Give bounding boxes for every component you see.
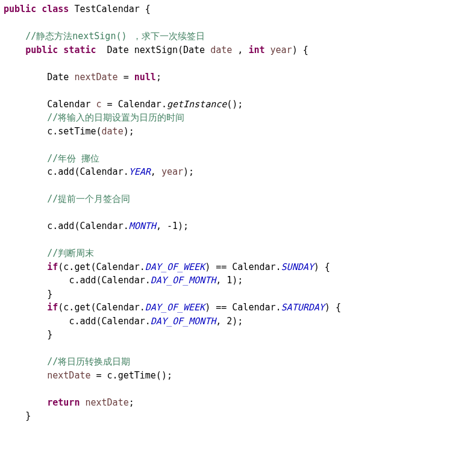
code-text: ) { <box>325 302 341 313</box>
method-name: nextSign( <box>134 45 183 55</box>
static-method: getInstance <box>167 99 227 110</box>
separator: , <box>232 45 248 55</box>
keyword-public: public <box>4 4 36 14</box>
semicolon: ; <box>156 72 161 83</box>
brace-open: { <box>145 4 151 14</box>
equals: = Calendar. <box>102 99 167 110</box>
param-name: year <box>271 45 292 55</box>
keyword-if: if <box>47 302 58 313</box>
keyword-if: if <box>47 262 58 272</box>
static-field-saturday: SATURDAY <box>281 302 325 313</box>
code-text: ); <box>124 126 134 137</box>
code-text: c.add(Calendar. <box>47 166 128 177</box>
keyword-class: class <box>42 4 69 14</box>
static-field-dayofmonth: DAY_OF_MONTH <box>151 316 216 327</box>
param-type: Date <box>183 45 205 55</box>
keyword-public: public <box>25 45 58 55</box>
code-text: (c.get(Calendar. <box>58 302 145 313</box>
static-field-dayofweek: DAY_OF_WEEK <box>145 302 205 313</box>
comment-line: //静态方法nextSign() ，求下一次续签日 <box>25 31 204 42</box>
static-field-year: YEAR <box>129 166 151 177</box>
comment-line: //年份 挪位 <box>47 153 99 164</box>
keyword-static: static <box>63 45 96 55</box>
method-end: ) { <box>292 45 308 55</box>
class-name: TestCalendar <box>74 4 139 14</box>
comment-line: //提前一个月签合同 <box>47 193 130 204</box>
call-end: (); <box>227 99 243 110</box>
code-text: c.setTime( <box>47 126 101 137</box>
var-type: Date <box>47 72 69 83</box>
code-text: = c.getTime(); <box>91 370 172 381</box>
code-text: ) == Calendar. <box>205 262 281 272</box>
code-text: c.add(Calendar. <box>69 316 150 327</box>
static-field-sunday: SUNDAY <box>281 262 314 272</box>
code-text: , -1); <box>156 221 189 231</box>
code-text: ); <box>183 166 194 177</box>
null-literal: null <box>134 72 156 83</box>
code-text: ) == Calendar. <box>205 302 281 313</box>
equals: = <box>118 72 134 83</box>
code-text: c.add(Calendar. <box>47 221 128 231</box>
code-block: public class TestCalendar { //静态方法nextSi… <box>0 0 476 425</box>
static-field-month: MONTH <box>129 221 156 231</box>
param-ref: date <box>102 126 124 137</box>
var-name: nextDate <box>74 72 117 83</box>
param-ref: year <box>161 166 183 177</box>
code-text: , 1); <box>216 275 243 286</box>
var-name: c <box>96 99 102 110</box>
brace-close: } <box>47 289 52 300</box>
code-text: (c.get(Calendar. <box>58 262 145 272</box>
brace-close: } <box>25 410 31 421</box>
return-type: Date <box>107 45 129 55</box>
comment-line: //将输入的日期设置为日历的时间 <box>47 112 184 123</box>
var-ref: nextDate <box>85 397 128 408</box>
param-name: date <box>210 45 232 55</box>
code-text: ) { <box>314 262 330 272</box>
static-field-dayofmonth: DAY_OF_MONTH <box>151 275 216 286</box>
keyword-return: return <box>47 397 80 408</box>
static-field-dayofweek: DAY_OF_WEEK <box>145 262 205 272</box>
comment-line: //将日历转换成日期 <box>47 356 130 367</box>
var-ref: nextDate <box>47 370 90 381</box>
code-text: , <box>151 166 161 177</box>
var-type: Calendar <box>47 99 90 110</box>
code-text: c.add(Calendar. <box>69 275 150 286</box>
keyword-int: int <box>248 45 265 55</box>
comment-line: //判断周末 <box>47 248 94 259</box>
semicolon: ; <box>129 397 134 408</box>
brace-close: } <box>47 329 52 340</box>
code-text: , 2); <box>216 316 243 327</box>
